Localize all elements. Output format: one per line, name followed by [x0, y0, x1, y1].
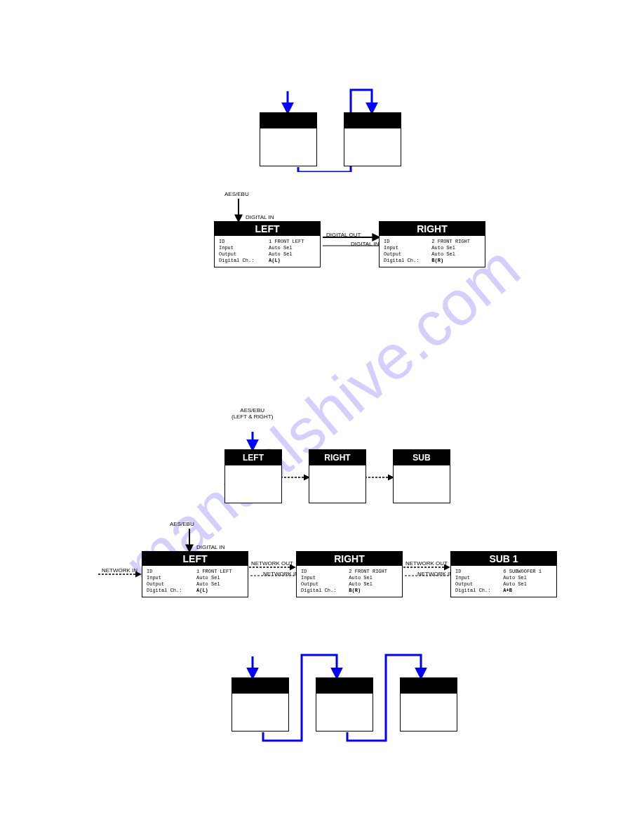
- diagram-4: AES/EBU DIGITAL IN NETWORK IN NETWORK OU…: [98, 523, 603, 614]
- detail-header: LEFT: [215, 222, 320, 236]
- label-digital-in-3: DIGITAL IN: [196, 544, 224, 550]
- label-aesebu: AES/EBU: [224, 191, 249, 197]
- label-aesebu-lr: AES/EBU (LEFT & RIGHT): [232, 407, 273, 420]
- speaker-box-blank-2: [344, 112, 401, 166]
- label-network-out-2: NETWORK OUT: [405, 560, 448, 567]
- detail-box-sub1: SUB 1 ID6 SUBWOOFER 1 InputAuto Sel Outp…: [450, 551, 557, 597]
- detail-box-right-1: RIGHT ID2 FRONT RIGHT InputAuto Sel Outp…: [379, 221, 485, 267]
- diagram-1: [260, 88, 435, 172]
- label-network-in-0: NETWORK IN: [102, 567, 137, 574]
- diagram-5: [232, 653, 491, 744]
- label-network-in-1: NETWORK IN: [263, 571, 299, 577]
- speaker-box-left: LEFT: [224, 449, 282, 503]
- label-aesebu-2: AES/EBU: [170, 521, 194, 527]
- speaker-box-right: RIGHT: [309, 449, 366, 503]
- detail-box-left-2: LEFT ID1 FRONT LEFT InputAuto Sel Output…: [142, 551, 248, 597]
- diagram-3: AES/EBU (LEFT & RIGHT) LEFT RIGHT SUB: [224, 407, 484, 512]
- detail-box-left-1: LEFT ID1 FRONT LEFT InputAuto Sel Output…: [214, 221, 321, 267]
- speaker-box-blank-1: [260, 112, 317, 166]
- speaker-box-blank-5: [400, 677, 457, 732]
- label-network-out-1: NETWORK OUT: [251, 560, 293, 567]
- speaker-box-sub: SUB: [393, 449, 450, 503]
- speaker-box-blank-4: [316, 677, 373, 732]
- label-digital-in-2: DIGITAL IN: [351, 241, 379, 247]
- speaker-box-blank-3: [232, 677, 289, 732]
- label-digital-out: DIGITAL OUT: [326, 232, 361, 238]
- detail-header: RIGHT: [380, 222, 485, 236]
- label-digital-in-1: DIGITAL IN: [246, 214, 274, 220]
- label-network-in-2: NETWORK IN: [417, 571, 453, 577]
- detail-box-right-2: RIGHT ID2 FRONT RIGHT InputAuto Sel Outp…: [296, 551, 403, 597]
- diagram-2: AES/EBU DIGITAL IN DIGITAL OUT DIGITAL I…: [214, 193, 495, 277]
